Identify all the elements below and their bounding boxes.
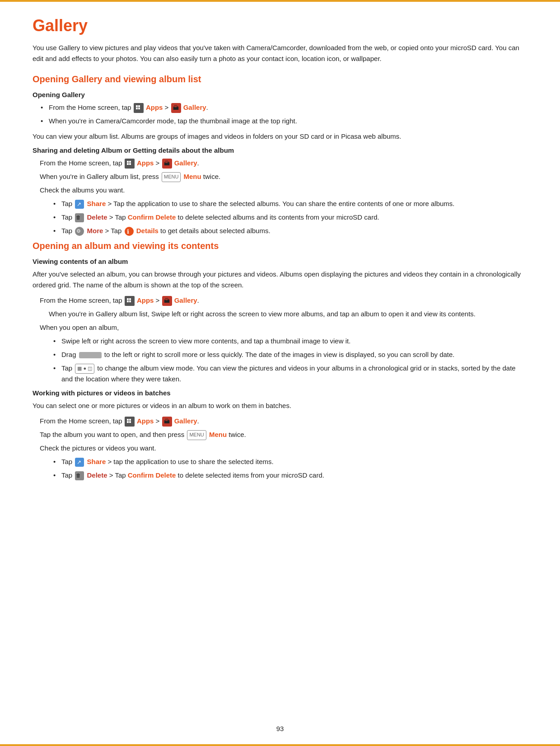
svg-rect-10 [127, 300, 129, 302]
delete-label: Delete [87, 213, 107, 221]
gallery-label-2: Gallery [174, 159, 197, 167]
svg-rect-8 [127, 298, 129, 300]
batch-step3: Check the pictures or videos you want. T… [37, 443, 527, 481]
scroll-icon [79, 352, 102, 358]
gallery-label-3: Gallery [174, 296, 197, 304]
footer: 93 [0, 725, 560, 732]
batch-step1: From the Home screen, tap Apps > 🏔 Galle… [37, 416, 527, 427]
apps-icon-4 [125, 417, 135, 427]
gallery-icon-4: 🏔 [162, 417, 172, 427]
apps-label-2: Apps [137, 159, 154, 167]
svg-rect-11 [129, 300, 131, 302]
svg-rect-2 [136, 108, 138, 109]
opening-gallery-bullets: From the Home screen, tap Apps > 🏔 Galle… [41, 102, 527, 127]
page-content: Gallery You use Gallery to view pictures… [0, 2, 560, 512]
more-icon [75, 227, 84, 236]
batch-share-bullet: Tap Share > tap the application to use t… [53, 456, 527, 467]
apps-icon [134, 103, 144, 113]
svg-rect-12 [127, 419, 129, 421]
share-bullet: Tap Share > Tap the application to use t… [53, 198, 527, 209]
apps-label-3: Apps [137, 296, 154, 304]
view-step3-bullets: Swipe left or right across the screen to… [53, 336, 527, 385]
more-bullet: Tap More > Tap Details to get details ab… [53, 225, 527, 236]
page-number: 93 [276, 725, 284, 732]
step2: When you're in Gallery album list, press… [37, 171, 527, 182]
step1: From the Home screen, tap Apps > 🏔 Galle… [37, 158, 527, 169]
details-icon [125, 227, 134, 236]
gallery-icon-3: 🏔 [162, 296, 172, 306]
details-label: Details [136, 227, 159, 235]
sharing-steps: From the Home screen, tap Apps > 🏔 Galle… [37, 158, 527, 236]
gallery-icon: 🏔 [171, 103, 181, 113]
delete-icon [75, 213, 84, 222]
delete-label-2: Delete [87, 471, 107, 479]
viewmode-icon: ▦ ● ◫ [75, 364, 94, 374]
svg-rect-0 [136, 105, 138, 107]
viewing-steps: From the Home screen, tap Apps > 🏔 Galle… [37, 295, 527, 385]
svg-rect-1 [138, 105, 140, 107]
svg-rect-9 [129, 298, 131, 300]
gallery-icon-2: 🏔 [162, 159, 172, 169]
menu-label-2: Menu [209, 431, 227, 438]
view-step2: When you're in Gallery album list, Swipe… [37, 309, 527, 319]
svg-rect-14 [127, 421, 129, 423]
share-icon-2 [75, 458, 84, 467]
delete-icon-2 [75, 471, 84, 480]
apps-label: Apps [146, 103, 163, 111]
bottom-border [0, 744, 560, 746]
viewing-contents-title: Viewing contents of an album [33, 258, 527, 265]
confirm-delete-label: Confirm Delete [128, 213, 176, 221]
gallery-label: Gallery [183, 103, 206, 111]
sharing-deleting-title: Sharing and deleting Album or Getting de… [33, 146, 527, 154]
svg-rect-5 [129, 161, 131, 163]
batch-step2: Tap the album you want to open, and then… [37, 429, 527, 440]
swipe-bullet: Swipe left or right across the screen to… [53, 336, 527, 347]
share-icon [75, 200, 84, 209]
delete-bullet: Tap Delete > Tap Confirm Delete to delet… [53, 212, 527, 223]
viewmode-bullet: Tap ▦ ● ◫ to change the album view mode.… [53, 363, 527, 385]
batches-steps: From the Home screen, tap Apps > 🏔 Galle… [37, 416, 527, 481]
bullet-item: From the Home screen, tap Apps > 🏔 Galle… [41, 102, 527, 113]
page-title: Gallery [33, 16, 527, 35]
svg-rect-15 [129, 421, 131, 423]
svg-rect-3 [138, 108, 140, 109]
viewing-contents-para: After you've selected an album, you can … [33, 269, 527, 291]
menu-icon-2: MENU [187, 430, 206, 440]
gallery-label-4: Gallery [174, 417, 197, 425]
apps-label-4: Apps [137, 417, 154, 425]
step3-bullets: Tap Share > Tap the application to use t… [53, 198, 527, 236]
batch-step3-bullets: Tap Share > tap the application to use t… [53, 456, 527, 481]
svg-rect-4 [127, 161, 129, 163]
drag-bullet: Drag to the left or right to scroll more… [53, 349, 527, 360]
apps-icon-3 [125, 296, 135, 306]
svg-rect-6 [127, 163, 129, 165]
album-list-para: You can view your album list. Albums are… [33, 131, 527, 142]
opening-gallery-title: Opening Gallery [33, 91, 527, 99]
share-label-2: Share [87, 458, 106, 465]
step3: Check the albums you want. Tap Share > T… [37, 185, 527, 236]
confirm-delete-label-2: Confirm Delete [128, 471, 176, 479]
menu-icon: MENU [162, 172, 181, 182]
view-step3: When you open an album, Swipe left or ri… [37, 322, 527, 385]
svg-rect-7 [129, 163, 131, 165]
section1-title: Opening Gallery and viewing album list [33, 74, 527, 84]
working-batches-para: You can select one or more pictures or v… [33, 400, 527, 411]
batch-delete-bullet: Tap Delete > Tap Confirm Delete to delet… [53, 470, 527, 481]
apps-icon-2 [125, 159, 135, 169]
working-batches-title: Working with pictures or videos in batch… [33, 389, 527, 397]
menu-label: Menu [184, 173, 201, 180]
svg-rect-13 [129, 419, 131, 421]
more-label: More [87, 227, 103, 235]
intro-paragraph: You use Gallery to view pictures and pla… [33, 42, 527, 64]
section2-title: Opening an album and viewing its content… [33, 241, 527, 251]
bullet-item: When you're in Camera/Camcorder mode, ta… [41, 116, 527, 127]
share-label: Share [87, 200, 106, 207]
view-step1: From the Home screen, tap Apps > 🏔 Galle… [37, 295, 527, 306]
